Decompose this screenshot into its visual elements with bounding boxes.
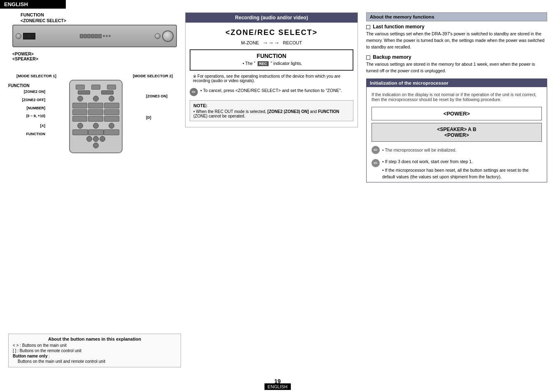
pencil-icon: ✏ bbox=[190, 88, 198, 96]
legend-box: About the button names in this explanati… bbox=[8, 334, 181, 367]
speaker-ab-label: <SPEAKER> A B bbox=[375, 127, 538, 132]
cancel-note-text: To cancel, press <ZONE/REC SELECT> and s… bbox=[203, 88, 342, 93]
power-box-1: <POWER> bbox=[372, 107, 542, 120]
legend-title: About the button names in this explanati… bbox=[13, 337, 176, 341]
backup-memory-text: The various settings are stored in the m… bbox=[366, 61, 547, 74]
function-box: FUNCTION • The " REC " indicator lights. bbox=[190, 49, 353, 71]
power-label: <POWER> bbox=[12, 51, 34, 56]
function-bullet-text: • The " REC " indicator lights. bbox=[195, 61, 348, 66]
mode-selector-2-label: [MODE SELECTOR 2] bbox=[133, 74, 173, 78]
init-note-row: ✏ • The microprocessor will be initializ… bbox=[367, 144, 547, 156]
rec-badge: REC bbox=[258, 61, 269, 66]
backup-memory: Backup memory The various settings are s… bbox=[366, 54, 547, 74]
zone2on-label: [ZONE2 ON] bbox=[8, 88, 45, 96]
last-function-memory: Last function memory The various setting… bbox=[366, 24, 547, 50]
footer-language: ENGLISH bbox=[264, 383, 290, 390]
button-name-only-label: Button name only bbox=[13, 354, 47, 358]
zone-rec-select-title: <ZONE/REC SELECT> bbox=[190, 28, 353, 37]
left-panel: FUNCTION <ZONE/REC SELECT> -- bbox=[8, 12, 181, 367]
recording-title: Recording (audio and/or video) bbox=[186, 13, 358, 23]
speaker-label: <SPEAKER> bbox=[12, 56, 38, 61]
init-bullets-text: • If step 3 does not work, start over fr… bbox=[382, 158, 542, 180]
recording-section: Recording (audio and/or video) <ZONE/REC… bbox=[185, 12, 358, 127]
zone2off-label: [ZONE2 OFF] bbox=[8, 96, 45, 104]
square-bracket-symbol: [ ] bbox=[13, 348, 16, 353]
arrow-diagram: M-ZONE →→→ RECOUT bbox=[190, 39, 353, 46]
colon-label: : bbox=[49, 354, 50, 358]
both-units-desc: Buttons on the main unit and remote cont… bbox=[18, 359, 105, 364]
pencil-icon-init: ✏ bbox=[372, 146, 380, 154]
legend-row-2: [ ] : Buttons on the remote control unit bbox=[13, 348, 176, 353]
right-panel: About the memory functions Last function… bbox=[366, 12, 547, 367]
language-label: ENGLISH bbox=[4, 1, 28, 7]
mode-selector-1-label: [MODE SELECTOR 1] bbox=[16, 74, 56, 78]
main-unit-visual: -- bbox=[12, 25, 177, 47]
language-header: ENGLISH bbox=[0, 0, 66, 9]
init-header: Initialization of the microprocessor bbox=[367, 79, 547, 87]
m-zone-label: M-ZONE bbox=[241, 40, 259, 45]
number-label: [NUMBER] bbox=[8, 104, 45, 113]
memory-functions-header: About the memory functions bbox=[366, 12, 547, 21]
note-title: NOTE: bbox=[193, 103, 350, 108]
last-function-title: Last function memory bbox=[366, 24, 547, 30]
main-unit-diagram: FUNCTION <ZONE/REC SELECT> -- bbox=[8, 12, 181, 61]
function-box-title: FUNCTION bbox=[195, 53, 348, 59]
pencil-icon-bullets: ✏ bbox=[372, 159, 380, 167]
init-section: Initialization of the microprocessor If … bbox=[366, 78, 547, 182]
legend-row-4: Buttons on the main unit and remote cont… bbox=[13, 359, 176, 364]
asterisk-note: ※ For operations, see the operating inst… bbox=[190, 74, 353, 83]
remote-diagram-container: FUNCTION [MODE SELECTOR 1] [MODE SELECTO… bbox=[8, 74, 181, 153]
zone3on-label: [ZONE3 ON] bbox=[146, 92, 181, 101]
init-bullets-row: ✏ • If step 3 does not work, start over … bbox=[367, 156, 547, 182]
main-unit-desc: : Buttons on the main unit bbox=[20, 343, 66, 348]
recording-content: <ZONE/REC SELECT> M-ZONE →→→ RECOUT FUNC… bbox=[186, 23, 358, 127]
remote-unit-desc: : Buttons on the remote control unit bbox=[17, 348, 81, 353]
note-text: • When the REC OUT mode is selected, [ZO… bbox=[193, 109, 350, 118]
legend-row-3: Button name only : bbox=[13, 354, 176, 358]
function-label-top: FUNCTION bbox=[21, 12, 44, 17]
d-label: [D] bbox=[146, 113, 181, 122]
angle-bracket-symbol: < > bbox=[13, 343, 19, 348]
number-range-label: (0 ~ 9, +10) bbox=[8, 112, 45, 120]
a-label: [A] bbox=[8, 122, 45, 130]
power-label-2: <POWER> bbox=[375, 132, 538, 138]
last-function-text: The various settings set when the DRA-39… bbox=[366, 31, 547, 50]
function-bottom-label: FUNCTION bbox=[8, 130, 45, 138]
pencil-note: ✏ • To cancel, press <ZONE/REC SELECT> a… bbox=[190, 86, 353, 98]
init-note-text: • The microprocessor will be initialized… bbox=[382, 148, 456, 152]
recout-label: RECOUT bbox=[283, 40, 302, 45]
backup-memory-title: Backup memory bbox=[366, 54, 547, 60]
middle-panel: Recording (audio and/or video) <ZONE/REC… bbox=[185, 12, 358, 367]
speaker-box: <SPEAKER> A B <POWER> bbox=[372, 123, 542, 142]
legend-row-1: < > : Buttons on the main unit bbox=[13, 343, 176, 348]
init-intro-text: If the indication on the display is not … bbox=[367, 90, 547, 104]
note-section: NOTE: • When the REC OUT mode is selecte… bbox=[190, 100, 353, 121]
zone-rec-select-label: <ZONE/REC SELECT> bbox=[21, 18, 66, 23]
remote-visual bbox=[69, 80, 123, 153]
